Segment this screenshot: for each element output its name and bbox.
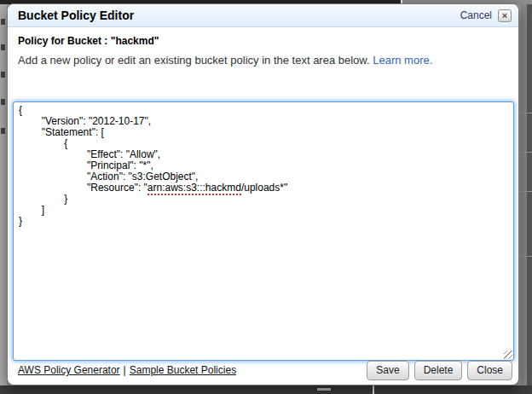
background-text-fragment <box>1 99 5 105</box>
background-text-fragment <box>1 72 5 78</box>
dialog-titlebar: Bucket Policy Editor Cancel × <box>8 4 518 27</box>
misspelled-text: arn:aws:s3:::hackmd <box>147 182 241 195</box>
policy-line: ] <box>19 205 508 216</box>
cancel-link[interactable]: Cancel <box>460 9 492 21</box>
dialog-footer: AWS Policy Generator|Sample Bucket Polic… <box>18 360 512 380</box>
save-button[interactable]: Save <box>367 361 408 380</box>
close-icon: × <box>502 11 507 20</box>
footer-buttons: SaveDeleteClose <box>361 361 512 380</box>
background-row-line <box>521 191 532 192</box>
delete-button[interactable]: Delete <box>414 361 463 380</box>
policy-line: "Statement": [ <box>19 127 508 138</box>
background-right-strip <box>521 0 527 394</box>
close-button[interactable]: Close <box>467 361 512 380</box>
background-text-fragment <box>317 388 331 391</box>
sample-bucket-policies-link[interactable]: Sample Bucket Policies <box>130 364 236 376</box>
background-row-line <box>521 256 532 257</box>
policy-line: } <box>19 216 508 227</box>
footer-links: AWS Policy Generator|Sample Bucket Polic… <box>18 364 236 376</box>
description-text: Add a new policy or edit an existing buc… <box>8 47 518 67</box>
description-body: Add a new policy or edit an existing buc… <box>18 54 373 67</box>
background-text-fragment <box>1 128 5 134</box>
textarea-resize-handle[interactable] <box>504 351 512 359</box>
dialog-title: Bucket Policy Editor <box>18 9 460 22</box>
policy-text: { "Version": "2012-10-17", "Statement": … <box>19 105 508 227</box>
policy-for-bucket-label: Policy for Bucket : "hackmd" <box>8 27 518 47</box>
policy-textarea[interactable]: { "Version": "2012-10-17", "Statement": … <box>13 101 514 361</box>
background-right-edge <box>527 0 532 394</box>
dialog-close-button[interactable]: × <box>498 9 512 22</box>
link-separator: | <box>124 364 126 376</box>
background-row-line <box>521 152 532 153</box>
bucket-policy-editor-dialog: Bucket Policy Editor Cancel × Policy for… <box>7 3 519 385</box>
background-row-line <box>521 113 532 113</box>
policy-line: "Resource": "arn:aws:s3:::hackmd/uploads… <box>19 183 508 194</box>
aws-policy-generator-link[interactable]: AWS Policy Generator <box>18 364 120 376</box>
policy-line: } <box>19 194 508 205</box>
background-text-fragment <box>1 44 5 50</box>
background-bottom-strip <box>0 385 532 394</box>
learn-more-link[interactable]: Learn more. <box>373 54 432 67</box>
background-divider <box>373 385 374 394</box>
background-text-fragment <box>1 19 5 25</box>
background-left-strip <box>0 4 7 385</box>
